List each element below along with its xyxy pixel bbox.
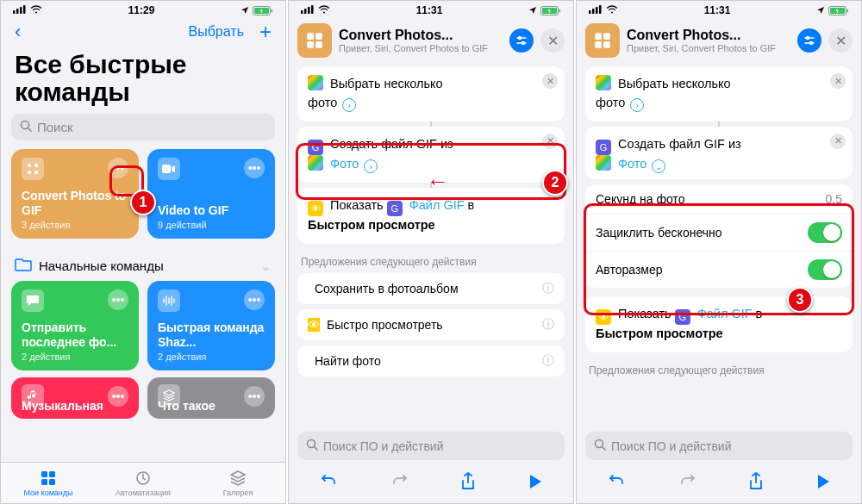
settings-button[interactable] xyxy=(509,28,534,53)
delete-action-button[interactable]: ✕ xyxy=(542,73,558,89)
undo-button[interactable] xyxy=(609,473,626,494)
info-icon[interactable]: ⓘ xyxy=(542,353,554,369)
action-select-photos[interactable]: ✕ Выбрать несколько фото › xyxy=(297,66,565,121)
undo-button[interactable] xyxy=(321,473,338,494)
variable-gif[interactable]: Файл GIF xyxy=(697,307,753,320)
signal-icon xyxy=(301,4,315,16)
tile-more-button[interactable]: ••• xyxy=(108,289,128,310)
svg-rect-3 xyxy=(23,5,26,14)
gif-icon: G xyxy=(675,309,690,325)
tab-bar: Мои команды Автоматизация Галерея xyxy=(1,462,285,503)
settings-button[interactable] xyxy=(797,28,821,53)
chevron-down-icon: ⌄ xyxy=(260,258,272,274)
photos-app-icon xyxy=(308,75,323,90)
delete-action-button[interactable]: ✕ xyxy=(830,73,846,89)
collapse-icon[interactable]: ⌄ xyxy=(652,159,665,173)
tile-send-photo[interactable]: ••• Отправить последнее фо... 2 действия xyxy=(11,281,139,370)
share-button[interactable] xyxy=(748,472,764,495)
variable-gif[interactable]: Файл GIF xyxy=(409,198,465,212)
tab-automation[interactable]: Автоматизация xyxy=(96,463,191,503)
variable-photo[interactable]: Фото xyxy=(330,157,359,171)
tile-whatis[interactable]: ••• Что такое xyxy=(147,377,275,419)
action-text: Выбрать несколько xyxy=(618,77,731,90)
editor-title: Convert Photos... xyxy=(627,28,790,43)
expand-icon[interactable]: › xyxy=(342,98,356,112)
tile-more-button[interactable]: ••• xyxy=(108,158,128,178)
param-loop[interactable]: Зациклить бесконечно xyxy=(585,214,853,251)
tile-more-button[interactable]: ••• xyxy=(244,158,265,178)
param-autosize[interactable]: Авторазмер xyxy=(585,251,853,288)
action-select-photos[interactable]: ✕ Выбрать несколько фото › xyxy=(585,66,853,121)
action-line2: Быстром просмотре xyxy=(308,218,435,232)
step-badge-3: 3 xyxy=(787,287,813,313)
add-button[interactable]: + xyxy=(259,22,272,42)
tile-more-button[interactable]: ••• xyxy=(108,386,128,407)
suggestion-save-album[interactable]: Сохранить в фотоальбом ⓘ xyxy=(297,273,565,304)
svg-rect-30 xyxy=(559,9,560,12)
close-button[interactable]: ✕ xyxy=(828,28,853,53)
tile-more-button[interactable]: ••• xyxy=(244,386,265,407)
status-bar: 11:29 xyxy=(1,1,285,18)
run-button[interactable] xyxy=(816,474,830,493)
suggestion-quicklook[interactable]: 👁 Быстро просмотреть ⓘ xyxy=(297,309,565,340)
tab-label: Галерея xyxy=(223,488,253,497)
tab-gallery[interactable]: Галерея xyxy=(191,463,285,503)
page-title: Все быстрые команды xyxy=(1,46,285,114)
action-quicklook[interactable]: 👁 Показать G Файл GIF в Быстром просмотр… xyxy=(585,296,853,352)
info-icon[interactable]: ⓘ xyxy=(542,281,554,296)
back-button[interactable]: ‹ xyxy=(15,21,21,43)
run-button[interactable] xyxy=(528,474,542,493)
video-icon xyxy=(158,158,180,180)
quicklook-icon: 👁 xyxy=(596,309,611,325)
param-seconds[interactable]: Секунд на фото 0.5 xyxy=(585,184,853,214)
svg-rect-12 xyxy=(34,171,38,174)
info-icon[interactable]: ⓘ xyxy=(542,317,554,333)
variable-photo[interactable]: Фото xyxy=(618,157,646,171)
redo-button[interactable] xyxy=(678,473,696,494)
tile-shazam[interactable]: ••• Быстрая команда Shaz... 2 действия xyxy=(147,281,275,370)
tile-music[interactable]: ••• Музыкальная xyxy=(11,377,139,419)
tiles-row-2: ••• Отправить последнее фо... 2 действия… xyxy=(1,281,285,381)
shortcut-icon xyxy=(297,23,332,58)
toggle-loop[interactable] xyxy=(808,222,842,243)
close-button[interactable]: ✕ xyxy=(540,28,565,53)
svg-rect-0 xyxy=(13,10,16,14)
action-text-post: в xyxy=(756,307,763,320)
suggestion-find-photo[interactable]: Найти фото ⓘ xyxy=(297,345,565,376)
action-search-input[interactable]: Поиск ПО и действий xyxy=(297,432,565,460)
expand-icon[interactable]: › xyxy=(630,98,644,112)
share-button[interactable] xyxy=(460,472,476,495)
search-icon xyxy=(594,439,606,453)
tile-title: Музыкальная xyxy=(22,399,103,414)
tab-my-shortcuts[interactable]: Мои команды xyxy=(1,463,96,503)
action-search-input[interactable]: Поиск ПО и действий xyxy=(585,432,853,460)
shortcut-icon xyxy=(585,23,620,58)
tile-more-button[interactable]: ••• xyxy=(244,289,265,310)
action-quicklook[interactable]: 👁 Показать G Файл GIF в Быстром просмотр… xyxy=(297,188,565,244)
action-text-2: фото xyxy=(308,96,337,109)
svg-rect-19 xyxy=(41,471,47,477)
tile-video-to-gif[interactable]: ••• Video to GIF 9 действий xyxy=(147,149,275,239)
action-text: Показать xyxy=(618,307,671,320)
select-button[interactable]: Выбрать xyxy=(189,24,244,40)
action-make-gif[interactable]: ✕ G Создать файл GIF из Фото ⌄ xyxy=(585,127,853,179)
action-text: Выбрать несколько xyxy=(330,77,443,90)
status-time: 11:31 xyxy=(416,4,443,16)
tile-convert-photos[interactable]: ••• Convert Photos to GIF 3 действия xyxy=(11,149,139,239)
search-input[interactable]: Поиск xyxy=(11,114,275,140)
battery-icon xyxy=(540,6,561,16)
battery-icon xyxy=(828,6,849,16)
signal-icon xyxy=(589,4,603,16)
tile-subtitle: 3 действия xyxy=(22,220,128,230)
suggestion-label: Найти фото xyxy=(315,354,381,368)
delete-action-button[interactable]: ✕ xyxy=(542,134,558,149)
expand-icon[interactable]: › xyxy=(364,159,378,173)
quicklook-icon: 👁 xyxy=(308,318,320,332)
action-text-2: фото xyxy=(596,96,625,109)
param-label: Секунд на фото xyxy=(596,192,684,206)
folder-row[interactable]: Начальные команды ⌄ xyxy=(1,249,285,281)
gif-icon: G xyxy=(387,201,403,216)
delete-action-button[interactable]: ✕ xyxy=(830,134,846,149)
redo-button[interactable] xyxy=(390,473,408,494)
toggle-autosize[interactable] xyxy=(808,259,842,280)
